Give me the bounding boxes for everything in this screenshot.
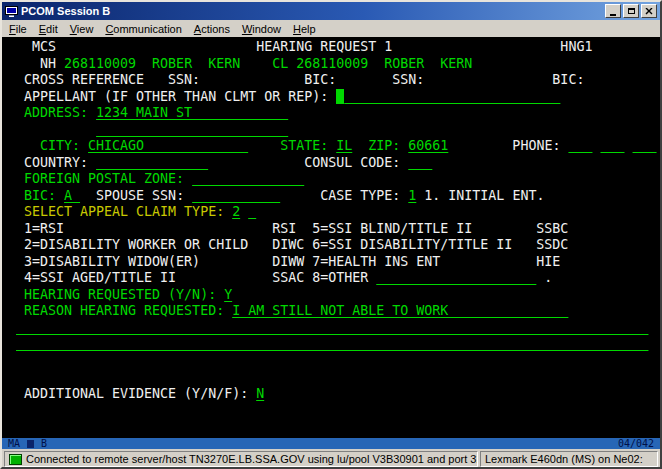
terminal-field[interactable] [344,89,560,104]
terminal-row: MCS HEARING REQUEST 1 HNG1 [8,39,660,56]
terminal-field[interactable] [16,336,648,351]
terminal-text: ZIP: [352,138,408,153]
printer-status-text: Lexmark E460dn (MS) on Ne02: [485,453,643,465]
terminal-field[interactable] [16,320,648,335]
terminal-text: 4=SSI AGED/TITLE II SSAC 8=OTHER [8,270,376,285]
terminal-row: 1=RSI RSI 5=SSI BLIND/TITLE II SSBC [8,221,660,238]
terminal-row [8,336,660,353]
terminal-field[interactable] [633,138,657,153]
terminal-text: ADDITIONAL EVIDENCE (Y/N/F): [8,386,256,401]
terminal-row: APPELLANT (IF OTHER THAN CLMT OR REP): [8,89,660,106]
terminal-text [8,122,96,137]
window-title: PCOM Session B [21,5,600,17]
terminal-field[interactable]: IL [336,138,352,153]
app-icon [5,5,18,18]
close-icon [645,8,653,15]
minimize-icon [610,14,616,16]
terminal-field[interactable]: I AM STILL NOT ABLE TO WORK [232,303,568,318]
terminal-field[interactable] [408,155,432,170]
terminal-text: APPELLANT (IF OTHER THAN CLMT OR REP): [8,89,336,104]
terminal-text: CITY: [8,138,88,153]
terminal-row [8,402,660,419]
terminal-text: NH [8,56,64,71]
close-button[interactable] [641,4,657,18]
terminal-field[interactable]: A [64,188,80,203]
terminal-field[interactable] [96,155,208,170]
terminal-row [8,369,660,386]
oia-bar: MA B 04/042 [2,438,660,449]
terminal-text: FOREIGN POSTAL ZONE: [8,171,192,186]
maximize-button[interactable] [623,4,639,18]
terminal-text: BIC: [8,188,64,203]
terminal-row: FOREIGN POSTAL ZONE: [8,171,660,188]
oia-indicators: MA B [8,438,47,449]
terminal-text: ADDRESS: [8,105,96,120]
terminal-row [8,122,660,139]
terminal-text: SPOUSE SSN: [80,188,192,203]
terminal-field[interactable]: CHICAGO [88,138,248,153]
oia-session-id: B [41,438,47,449]
terminal-field[interactable]: N [256,386,264,401]
menu-bar: FileEditViewCommunicationActionsWindowHe… [2,20,660,37]
terminal-field[interactable] [192,171,304,186]
terminal-field[interactable] [248,204,256,219]
terminal-field[interactable] [376,270,536,285]
terminal-field[interactable] [568,138,592,153]
terminal-field[interactable]: 2 [232,204,240,219]
terminal-field[interactable] [96,122,288,137]
terminal-row [8,320,660,337]
menu-window[interactable]: Window [236,21,287,37]
terminal-text [8,336,16,351]
terminal-row: ADDRESS: 1234 MAIN ST [8,105,660,122]
menu-actions[interactable]: Actions [188,21,236,37]
menu-edit[interactable]: Edit [33,21,64,37]
menu-file[interactable]: File [3,21,33,37]
terminal-row: 3=DISABILITY WIDOW(ER) DIWW 7=HEALTH INS… [8,254,660,271]
cursor-position: 04/042 [618,438,654,449]
oia-lock-icon [27,440,34,448]
terminal-text: 268110009 ROBER KERN [64,56,240,71]
menu-help[interactable]: Help [287,21,322,37]
connection-status-panel: Connected to remote server/host TN3270E.… [4,451,478,467]
terminal-text: MCS HEARING REQUEST 1 HNG1 [8,39,592,54]
menu-view[interactable]: View [64,21,100,37]
terminal-row: NH 268110009 ROBER KERN CL 268110009 ROB… [8,56,660,73]
terminal-row: ADDITIONAL EVIDENCE (Y/N/F): N [8,386,660,403]
terminal-row: REASON HEARING REQUESTED: I AM STILL NOT… [8,303,660,320]
terminal-screen[interactable]: MCS HEARING REQUEST 1 HNG1 NH 268110009 … [2,37,660,438]
terminal-row: HEARING REQUESTED (Y/N): Y [8,287,660,304]
terminal-field[interactable]: Y [224,287,232,302]
terminal-text: REASON HEARING REQUESTED: [8,303,232,318]
terminal-field[interactable] [192,188,280,203]
terminal-text [240,56,272,71]
terminal-row: CROSS REFERENCE SSN: BIC: SSN: BIC: [8,72,660,89]
terminal-row: CITY: CHICAGO STATE: IL ZIP: 60661 PHONE… [8,138,660,155]
terminal-row: 2=DISABILITY WORKER OR CHILD DIWC 6=SSI … [8,237,660,254]
connection-status-text: Connected to remote server/host TN3270E.… [26,453,478,465]
terminal-text: CL 268110009 ROBER KERN [272,56,472,71]
menu-communication[interactable]: Communication [99,21,187,37]
terminal-field[interactable]: 1234 MAIN ST [96,105,288,120]
terminal-text: PHONE: [448,138,568,153]
pcomm-window: PCOM Session B FileEditViewCommunication… [0,0,662,469]
terminal-text: 1. INITIAL ENT. [416,188,544,203]
terminal-row: SELECT APPEAL CLAIM TYPE: 2 [8,204,660,221]
terminal-row: 4=SSI AGED/TITLE II SSAC 8=OTHER . [8,270,660,287]
terminal-text: CONSUL CODE: [208,155,408,170]
window-controls [603,4,657,18]
printer-status-panel: Lexmark E460dn (MS) on Ne02: [480,451,658,467]
minimize-button[interactable] [605,4,621,18]
terminal-text: 2=DISABILITY WORKER OR CHILD DIWC 6=SSI … [8,237,568,252]
terminal-row: COUNTRY: CONSUL CODE: [8,155,660,172]
terminal-field[interactable]: 60661 [408,138,448,153]
terminal-text: SELECT APPEAL CLAIM TYPE: [8,204,232,219]
terminal-text: COUNTRY: [8,155,96,170]
oia-ready-indicator: MA [8,438,20,449]
terminal-text: . [536,270,552,285]
terminal-field[interactable] [600,138,624,153]
terminal-row: BIC: A SPOUSE SSN: CASE TYPE: 1 1. INITI… [8,188,660,205]
terminal-text: CROSS REFERENCE SSN: BIC: SSN: BIC: [8,72,584,87]
terminal-text: 3=DISABILITY WIDOW(ER) DIWW 7=HEALTH INS… [8,254,560,269]
maximize-icon [628,8,635,14]
terminal-text [8,320,16,335]
